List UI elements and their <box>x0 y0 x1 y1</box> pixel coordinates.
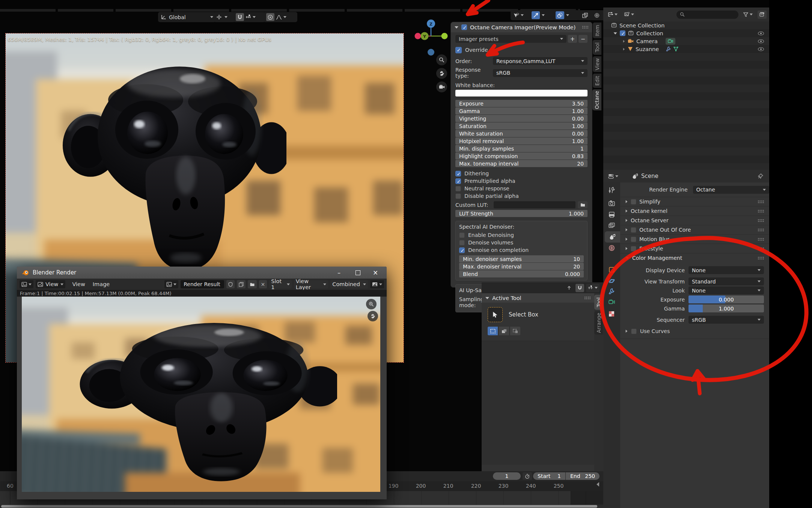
order-dropdown[interactable]: Response,Gamma,LUT <box>493 57 588 65</box>
minimize-icon[interactable]: – <box>331 269 346 276</box>
tab-world[interactable] <box>609 245 615 253</box>
camera-view-button[interactable] <box>436 81 447 92</box>
preset-remove-button[interactable]: − <box>578 35 588 43</box>
dithering-checkbox[interactable] <box>455 171 461 176</box>
slider-max-denoiser-interval[interactable]: Max. denoiser interval20 <box>459 263 584 270</box>
slider-blend[interactable]: Blend0.000 <box>459 270 584 277</box>
slider-min-denoiser-samples[interactable]: Min. denoiser samples10 <box>459 255 584 262</box>
tab-render[interactable] <box>609 200 615 208</box>
enable-denoising-checkbox[interactable] <box>459 232 465 238</box>
close-icon[interactable]: × <box>369 269 382 276</box>
panel-octane-server[interactable]: Octane Server <box>620 216 769 225</box>
motion-blur-checkbox[interactable] <box>631 237 636 242</box>
new-image-icon[interactable] <box>237 280 246 288</box>
slider-lut-strength[interactable]: LUT Strength1.000 <box>455 210 588 217</box>
denoise-on-completion-checkbox[interactable] <box>459 247 465 253</box>
imager-enable-checkbox[interactable] <box>461 24 467 30</box>
use-preview-range-button[interactable] <box>523 472 532 480</box>
outliner-row-collection[interactable]: Collection <box>603 29 769 37</box>
select-box-tool-icon[interactable] <box>488 307 503 322</box>
upload-icon[interactable] <box>565 284 574 292</box>
ruler-collapse-icon[interactable] <box>597 482 599 487</box>
zoom-button[interactable] <box>436 54 447 65</box>
workspace-tabs-strip[interactable] <box>0 9 580 12</box>
imager-presets-dropdown[interactable]: Imager presets <box>455 35 566 43</box>
sidebar-tab-view[interactable]: View <box>593 56 601 72</box>
panel-color-management-header[interactable]: Color Management <box>620 253 769 262</box>
simplify-checkbox[interactable] <box>631 199 636 205</box>
tab-tool[interactable] <box>609 187 615 195</box>
tab-output[interactable] <box>609 212 615 219</box>
active-tool-panel-header[interactable]: Active Tool <box>482 293 594 303</box>
exposure-slider[interactable]: 0.000 <box>688 295 764 303</box>
view-transform-dropdown[interactable]: Standard <box>688 277 764 285</box>
tool-region-tab-arrange[interactable]: Arrange <box>594 311 603 335</box>
image-datablock-dropdown[interactable] <box>164 280 178 288</box>
pin-icon[interactable] <box>758 173 763 179</box>
pivot-point-dropdown[interactable] <box>214 12 235 22</box>
timeline-scrollbar[interactable] <box>0 505 603 508</box>
overlays-toggle-icon[interactable] <box>556 11 564 19</box>
camera-data-badge[interactable] <box>666 38 675 45</box>
maximize-icon[interactable] <box>350 270 365 275</box>
tab-modifier[interactable] <box>609 288 615 296</box>
outliner-row-camera[interactable]: Camera <box>603 37 769 45</box>
slider-saturation[interactable]: Saturation1.00 <box>455 122 588 130</box>
panel-simplify[interactable]: Simplify <box>620 197 769 206</box>
pan-button[interactable] <box>436 68 447 79</box>
slider-vignetting[interactable]: Vignetting0.00 <box>455 115 588 122</box>
snap-settings-dropdown[interactable] <box>586 284 600 292</box>
tab-physics[interactable] <box>609 278 615 286</box>
tab-scene-active[interactable] <box>605 231 620 243</box>
properties-display-dropdown[interactable] <box>606 172 620 180</box>
open-image-icon[interactable] <box>248 280 257 288</box>
sequencer-dropdown[interactable]: sRGB <box>688 316 764 324</box>
view-mode-dropdown[interactable]: View <box>36 280 65 288</box>
slider-max-tonemap-interval[interactable]: Max. tonemap interval20 <box>455 160 588 167</box>
sidebar-tab-item[interactable]: Item <box>593 23 601 38</box>
select-mode-new-button[interactable] <box>488 327 498 335</box>
slider-gamma[interactable]: Gamma1.00 <box>455 107 588 115</box>
outliner-filter-id-dropdown[interactable] <box>622 11 636 19</box>
collection-visibility-eye-icon[interactable] <box>758 32 764 35</box>
display-device-dropdown[interactable]: None <box>688 266 764 274</box>
select-mode-subtract-button[interactable] <box>510 327 520 335</box>
render-pass-dropdown[interactable]: Combined <box>330 280 368 288</box>
visibility-dropdown[interactable] <box>511 10 532 20</box>
tab-texture[interactable] <box>609 311 615 318</box>
use-curves-checkbox[interactable] <box>631 329 637 334</box>
neutral-response-checkbox[interactable] <box>455 186 461 191</box>
navigation-gizmo[interactable]: Z Y <box>412 18 450 58</box>
proportional-edit-icon[interactable] <box>266 13 274 21</box>
slider-highlight-compression[interactable]: Highlight compression0.83 <box>455 152 588 160</box>
snap-magnet-toggle[interactable] <box>575 284 584 292</box>
transform-orientation-dropdown[interactable]: Global <box>158 12 216 22</box>
disable-partial-alpha-checkbox[interactable] <box>455 193 461 199</box>
tab-object[interactable] <box>609 267 615 274</box>
suzanne-visibility-eye-icon[interactable] <box>758 47 764 51</box>
slider-hotpixel-removal[interactable]: Hotpixel removal1.00 <box>455 137 588 145</box>
panel-drag-handle[interactable] <box>582 26 588 29</box>
display-channels-dropdown[interactable] <box>370 280 384 288</box>
gizmos-dropdown[interactable] <box>529 10 555 20</box>
select-mode-extend-button[interactable] <box>499 327 509 335</box>
out-of-core-checkbox[interactable] <box>631 227 636 233</box>
white-balance-swatch[interactable] <box>455 90 588 96</box>
fake-user-shield-icon[interactable] <box>226 280 235 288</box>
collection-checkbox[interactable] <box>620 30 625 36</box>
tab-view-layer[interactable] <box>609 222 615 230</box>
denoise-volumes-checkbox[interactable] <box>459 240 465 246</box>
gamma-slider[interactable]: 1.000 <box>688 304 764 312</box>
overlays-dropdown[interactable] <box>553 10 579 20</box>
new-collection-button[interactable] <box>758 11 767 19</box>
tool-region-tab-tool[interactable]: Tool <box>594 295 603 310</box>
slider-white-saturation[interactable]: White saturation0.00 <box>455 130 588 137</box>
sidebar-tab-tool[interactable]: Tool <box>593 40 601 55</box>
slider-min-display-samples[interactable]: Min. display samples1 <box>455 145 588 152</box>
response-type-dropdown[interactable]: sRGB <box>493 69 588 77</box>
frame-end-field[interactable]: End250 <box>566 472 600 480</box>
lut-file-browse-button[interactable] <box>578 201 588 208</box>
render-engine-dropdown[interactable]: Octane <box>693 186 769 194</box>
outliner-row-suzanne[interactable]: Suzanne <box>603 45 769 53</box>
preset-add-button[interactable]: + <box>568 35 577 43</box>
